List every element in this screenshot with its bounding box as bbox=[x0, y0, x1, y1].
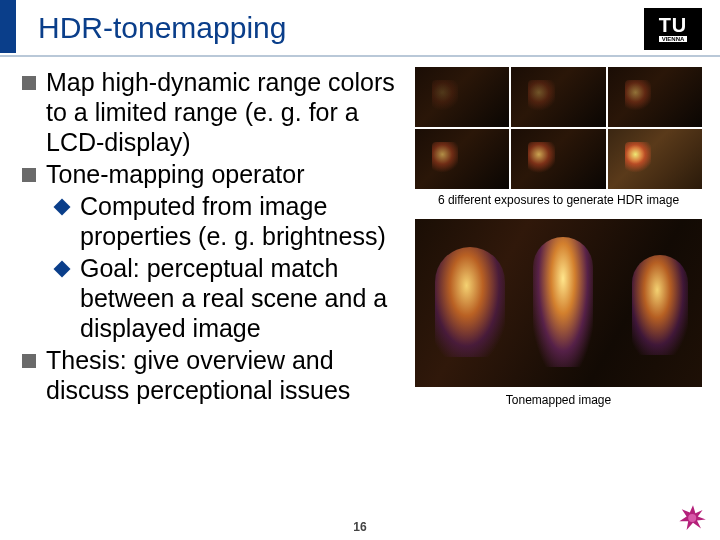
text-column: Map high-dynamic range colors to a limit… bbox=[22, 67, 407, 417]
exposure-thumb-3 bbox=[608, 67, 702, 127]
bullet-3-text: Thesis: give overview and discuss percep… bbox=[46, 345, 407, 405]
image-column: 6 different exposures to generate HDR im… bbox=[407, 67, 702, 417]
logo-sub: VIENNA bbox=[659, 36, 688, 42]
splat-icon bbox=[676, 502, 710, 534]
content-area: Map high-dynamic range colors to a limit… bbox=[0, 57, 720, 417]
square-bullet-icon bbox=[22, 354, 36, 368]
slide-title: HDR-tonemapping bbox=[38, 11, 720, 45]
exposure-thumb-6 bbox=[608, 129, 702, 189]
exposure-thumb-1 bbox=[415, 67, 509, 127]
stained-glass-window bbox=[435, 247, 505, 357]
tonemapped-image bbox=[415, 219, 702, 387]
title-bar: HDR-tonemapping TU VIENNA bbox=[0, 0, 720, 57]
stained-glass-window bbox=[632, 255, 688, 355]
subbullet-2-1-text: Computed from image properties (e. g. br… bbox=[80, 191, 407, 251]
bullet-1-text: Map high-dynamic range colors to a limit… bbox=[46, 67, 407, 157]
stained-glass-window bbox=[533, 237, 593, 367]
exposure-thumb-4 bbox=[415, 129, 509, 189]
subbullet-2-1: Computed from image properties (e. g. br… bbox=[56, 191, 407, 251]
svg-point-0 bbox=[688, 514, 696, 522]
diamond-bullet-icon bbox=[54, 261, 71, 278]
exposure-grid bbox=[415, 67, 702, 189]
page-number: 16 bbox=[353, 520, 366, 534]
exposure-thumb-2 bbox=[511, 67, 605, 127]
subbullet-2-2-text: Goal: perceptual match between a real sc… bbox=[80, 253, 407, 343]
grid-caption: 6 different exposures to generate HDR im… bbox=[415, 193, 702, 207]
bullet-3: Thesis: give overview and discuss percep… bbox=[22, 345, 407, 405]
bullet-2-text: Tone-mapping operator bbox=[46, 159, 305, 189]
bullet-2: Tone-mapping operator bbox=[22, 159, 407, 189]
square-bullet-icon bbox=[22, 168, 36, 182]
tu-logo: TU VIENNA bbox=[644, 8, 702, 50]
exposure-thumb-5 bbox=[511, 129, 605, 189]
logo-main: TU bbox=[659, 16, 688, 34]
square-bullet-icon bbox=[22, 76, 36, 90]
bullet-1: Map high-dynamic range colors to a limit… bbox=[22, 67, 407, 157]
subbullet-2-2: Goal: perceptual match between a real sc… bbox=[56, 253, 407, 343]
diamond-bullet-icon bbox=[54, 199, 71, 216]
big-caption: Tonemapped image bbox=[415, 393, 702, 407]
